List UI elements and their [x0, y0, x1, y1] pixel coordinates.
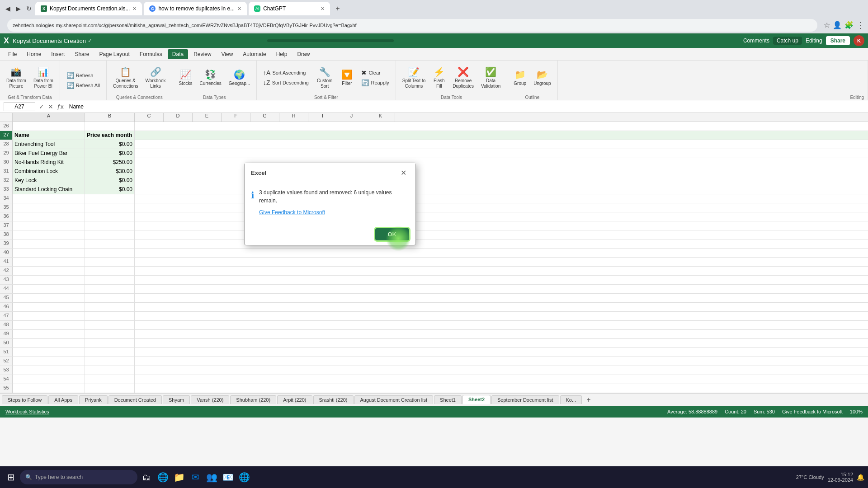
cell-b44[interactable] [85, 285, 135, 293]
cell-b46[interactable] [85, 303, 135, 311]
cell-a29[interactable]: Biker Fuel Energy Bar [13, 149, 85, 158]
cell-rest-26[interactable] [135, 122, 868, 131]
profile-icon[interactable]: 👤 [833, 21, 842, 29]
formula-input[interactable]: Name [67, 103, 864, 111]
catchup-button[interactable]: Catch up [773, 37, 802, 45]
sheet-tab-allapps[interactable]: All Apps [48, 395, 78, 404]
cell-b55[interactable] [85, 384, 135, 393]
cell-b32[interactable]: $0.00 [85, 176, 135, 185]
formula-insert-icon[interactable]: ƒx [57, 103, 64, 110]
cell-rest-42[interactable] [135, 267, 868, 275]
menu-file[interactable]: File [4, 49, 21, 59]
sheet-tab-document-created[interactable]: Document Created [108, 395, 162, 404]
tab-google-close-icon[interactable]: ✕ [237, 6, 241, 12]
cell-reference-input[interactable] [4, 102, 35, 111]
cell-a46[interactable] [13, 303, 85, 311]
feedback-status[interactable]: Give Feedback to Microsoft [782, 409, 843, 414]
col-header-a[interactable]: A [13, 113, 85, 122]
nav-back-btn[interactable]: ◀ [4, 3, 12, 14]
cell-b45[interactable] [85, 294, 135, 302]
ribbon-ungroup-btn[interactable]: 📂 Ungroup [531, 67, 553, 88]
cell-rest-28[interactable] [135, 140, 868, 149]
cell-rest-53[interactable] [135, 366, 868, 375]
menu-page-layout[interactable]: Page Layout [94, 49, 134, 59]
notification-icon[interactable]: 🔔 [857, 474, 864, 481]
cell-rest-46[interactable] [135, 303, 868, 311]
cell-a51[interactable] [13, 348, 85, 357]
sheet-tab-steps[interactable]: Steps to Follow [2, 395, 47, 404]
cell-a35[interactable] [13, 203, 85, 212]
col-header-g[interactable]: G [250, 113, 279, 122]
task-view-icon[interactable]: 🗂 [139, 470, 154, 484]
cell-rest-44[interactable] [135, 285, 868, 293]
cell-a26[interactable] [13, 122, 85, 131]
ribbon-data-validation-btn[interactable]: ✅ DataValidation [478, 65, 503, 91]
cell-b43[interactable] [85, 276, 135, 284]
tab-chatgpt-close-icon[interactable]: ✕ [321, 6, 325, 12]
ribbon-data-picture-btn[interactable]: 📸 Data fromPicture [4, 65, 29, 91]
workbook-statistics-btn[interactable]: Workbook Statistics [5, 409, 49, 414]
cell-a38[interactable] [13, 230, 85, 239]
cell-a42[interactable] [13, 267, 85, 275]
cell-b49[interactable] [85, 330, 135, 338]
sheet-tab-priyank[interactable]: Priyank [79, 395, 108, 404]
cell-b48[interactable] [85, 321, 135, 329]
cell-b27[interactable]: Price each month [85, 131, 135, 140]
tab-google[interactable]: G how to remove duplicates in e... ✕ [144, 2, 247, 15]
sheet-tab-sheet2[interactable]: Sheet2 [462, 395, 491, 404]
cell-a27[interactable]: Name [13, 131, 85, 140]
cell-a47[interactable] [13, 312, 85, 320]
sheet-tab-ko[interactable]: Ko... [560, 395, 582, 404]
cell-b31[interactable]: $30.00 [85, 167, 135, 176]
windows-start-icon[interactable]: ⊞ [4, 470, 18, 484]
cell-b52[interactable] [85, 357, 135, 366]
menu-view[interactable]: View [217, 49, 238, 59]
chrome-icon[interactable]: 🌐 [237, 470, 251, 484]
ribbon-stocks-btn[interactable]: 📈 Stocks [176, 67, 195, 88]
ribbon-refresh-btn[interactable]: 🔄 Refresh [64, 71, 103, 80]
sheet-tab-september[interactable]: September Document list [491, 395, 559, 404]
cell-b53[interactable] [85, 366, 135, 375]
col-header-i[interactable]: I [308, 113, 337, 122]
menu-home[interactable]: Home [22, 49, 46, 59]
ribbon-flash-fill-btn[interactable]: ⚡ FlashFill [430, 65, 448, 91]
cell-a55[interactable] [13, 384, 85, 393]
menu-review[interactable]: Review [189, 49, 216, 59]
cell-a37[interactable] [13, 221, 85, 230]
cell-a36[interactable] [13, 212, 85, 221]
col-header-k[interactable]: K [366, 113, 395, 122]
mail-icon[interactable]: ✉ [188, 470, 203, 484]
new-tab-button[interactable]: + [332, 3, 343, 14]
cell-b40[interactable] [85, 249, 135, 257]
cell-b39[interactable] [85, 239, 135, 248]
menu-insert[interactable]: Insert [47, 49, 69, 59]
sheet-tab-sheet1[interactable]: Sheet1 [434, 395, 462, 404]
ribbon-sort-descending-btn[interactable]: ↓Z Sort Descending [260, 78, 311, 87]
menu-formulas[interactable]: Formulas [135, 49, 167, 59]
cell-b54[interactable] [85, 375, 135, 384]
cell-rest-55[interactable] [135, 384, 868, 393]
cell-rest-49[interactable] [135, 330, 868, 338]
ribbon-queries-connections-btn[interactable]: 📋 Queries &Connections [110, 65, 141, 91]
cell-a43[interactable] [13, 276, 85, 284]
formula-cancel-icon[interactable]: ✕ [48, 103, 53, 110]
cell-a45[interactable] [13, 294, 85, 302]
cell-a28[interactable]: Entrenching Tool [13, 140, 85, 149]
settings-icon[interactable]: ⋮ [856, 20, 864, 30]
ribbon-group-btn[interactable]: 📁 Group [511, 67, 529, 88]
cell-a48[interactable] [13, 321, 85, 329]
ok-button[interactable]: OK [375, 228, 410, 240]
col-header-h[interactable]: H [279, 113, 308, 122]
ribbon-filter-btn[interactable]: 🔽 Filter [338, 67, 356, 88]
cell-b30[interactable]: $250.00 [85, 158, 135, 167]
cell-a30[interactable]: No-Hands Riding Kit [13, 158, 85, 167]
cell-rest-50[interactable] [135, 339, 868, 347]
cell-b37[interactable] [85, 221, 135, 230]
cell-b41[interactable] [85, 258, 135, 266]
cell-b35[interactable] [85, 203, 135, 212]
cell-a39[interactable] [13, 239, 85, 248]
comments-button[interactable]: Comments [743, 38, 769, 44]
cell-a52[interactable] [13, 357, 85, 366]
menu-data[interactable]: Data [168, 49, 188, 59]
extensions-icon[interactable]: 🧩 [844, 21, 854, 29]
